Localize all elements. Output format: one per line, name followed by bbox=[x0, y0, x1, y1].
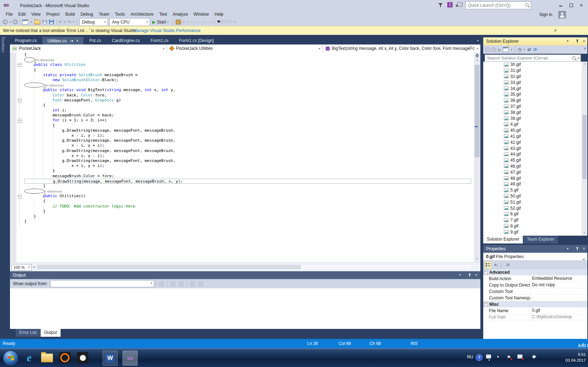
toolbar-overflow-icon[interactable]: » bbox=[584, 46, 586, 50]
scroll-up-icon[interactable]: ▲ bbox=[582, 62, 587, 65]
next-bookmark-icon[interactable]: ⚐ bbox=[225, 19, 229, 25]
property-value[interactable]: 0.gif bbox=[530, 308, 587, 314]
tray-app-icon[interactable] bbox=[486, 355, 491, 358]
show-hidden-icons[interactable]: ▲ bbox=[496, 355, 500, 358]
solution-item-5-gif[interactable]: 5.gif bbox=[483, 187, 587, 193]
solution-search-input[interactable] bbox=[486, 55, 566, 61]
close-icon[interactable]: × bbox=[475, 271, 478, 279]
property-row[interactable]: Custom Tool Namespace bbox=[483, 295, 587, 301]
tab-form1-cs[interactable]: Form1.cs bbox=[145, 37, 173, 44]
word-wrap-icon[interactable] bbox=[198, 282, 203, 286]
property-row[interactable]: Custom Tool bbox=[483, 288, 587, 295]
chevron-down-icon[interactable]: ▼ bbox=[577, 57, 579, 59]
output-content[interactable] bbox=[10, 288, 480, 329]
solution-item-31-gif[interactable]: 31.gif bbox=[483, 68, 587, 74]
fold-toggle-icon[interactable] bbox=[18, 99, 22, 103]
navigate-forward-icon[interactable]: ► bbox=[12, 19, 18, 25]
notification-badge[interactable]: 1 bbox=[447, 2, 453, 7]
menu-view[interactable]: View bbox=[29, 11, 43, 18]
decrease-indent-icon[interactable]: ⇤ bbox=[204, 19, 208, 25]
member-dropdown[interactable]: BigText(string message, int x, int y, Co… bbox=[323, 44, 480, 52]
properties-object-selector[interactable]: 0.gif File Properties ▼ bbox=[483, 253, 587, 261]
start-debug-button[interactable]: ▶ Start ▼ bbox=[152, 20, 170, 25]
solution-item-38-gif[interactable]: 38.gif bbox=[483, 109, 587, 115]
solution-item-4-gif[interactable]: 4.gif bbox=[483, 121, 587, 127]
feedback-icon[interactable] bbox=[457, 2, 463, 6]
tab-form1-cs-design-[interactable]: Form1.cs [Design] bbox=[174, 37, 218, 44]
collapse-icon[interactable] bbox=[484, 302, 488, 306]
utility-app-button[interactable] bbox=[76, 351, 90, 365]
new-dropdown-icon[interactable]: ▼ bbox=[30, 21, 32, 23]
window-position-icon[interactable]: ▼ bbox=[566, 37, 569, 45]
solution-scrollbar[interactable]: ▲ ▼ bbox=[582, 62, 587, 236]
configuration-combo[interactable]: Debug▼ bbox=[79, 18, 108, 26]
find-message-icon[interactable] bbox=[159, 282, 164, 286]
search-icon[interactable] bbox=[525, 3, 528, 6]
chevron-down-icon[interactable]: ▼ bbox=[523, 48, 526, 51]
solution-item-45-gif[interactable]: 45.gif bbox=[483, 157, 587, 163]
menu-edit[interactable]: Edit bbox=[15, 11, 29, 18]
action-center-icon[interactable]: ⚑× bbox=[507, 355, 511, 360]
scrollbar-thumb[interactable] bbox=[37, 265, 301, 269]
minimize-button[interactable] bbox=[556, 2, 565, 9]
split-grip-icon[interactable] bbox=[475, 53, 479, 58]
solution-item-44-gif[interactable]: 44.gif bbox=[483, 151, 587, 157]
tab-error-list[interactable]: Error List bbox=[16, 329, 40, 337]
toolbox-tab[interactable]: Toolbox bbox=[1, 37, 5, 53]
user-avatar-icon[interactable] bbox=[558, 11, 566, 19]
pin-icon[interactable] bbox=[576, 40, 579, 43]
close-button[interactable]: × bbox=[577, 2, 586, 9]
language-indicator[interactable]: RU bbox=[467, 355, 473, 360]
property-row[interactable]: Full PathC:\MyBooks\Desktop bbox=[483, 314, 587, 320]
solution-item-34-gif[interactable]: 34.gif bbox=[483, 85, 587, 91]
solution-item-49-gif[interactable]: 49.gif bbox=[483, 181, 587, 187]
sync-with-active-document-icon[interactable]: ⇄ bbox=[527, 47, 531, 52]
manage-performance-link[interactable]: Manage Visual Studio Performance bbox=[133, 28, 201, 33]
show-all-files-icon[interactable] bbox=[503, 47, 509, 52]
solution-item-30-gif[interactable]: 30.gif bbox=[483, 62, 587, 68]
close-icon[interactable]: × bbox=[583, 245, 585, 253]
indicator-margin[interactable] bbox=[10, 52, 16, 262]
performance-icon[interactable] bbox=[176, 20, 181, 25]
window-position-icon[interactable]: ▼ bbox=[459, 271, 461, 279]
next-message-icon[interactable] bbox=[179, 282, 184, 286]
internet-explorer-button[interactable]: e bbox=[22, 351, 36, 365]
menu-tools[interactable]: Tools bbox=[112, 11, 128, 18]
back-dropdown-icon[interactable]: ▼ bbox=[9, 21, 11, 23]
back-icon[interactable]: ◄ bbox=[485, 47, 490, 52]
increase-indent-icon[interactable]: ⇥ bbox=[209, 19, 213, 25]
solution-search-box[interactable]: ▼ bbox=[485, 54, 581, 62]
network-icon[interactable]: × bbox=[517, 355, 522, 360]
code-text-area[interactable]: {20 references public class Utilities { … bbox=[24, 52, 473, 262]
scrollbar-thumb[interactable] bbox=[475, 65, 480, 157]
property-category-advanced[interactable]: Advanced bbox=[483, 269, 587, 276]
menu-file[interactable]: File bbox=[3, 11, 15, 18]
refresh-icon[interactable]: ⟳ bbox=[533, 47, 537, 52]
tab-solution-explorer[interactable]: Solution Explorer bbox=[483, 236, 523, 243]
start-dropdown-icon[interactable]: ▼ bbox=[167, 21, 169, 23]
code-editor[interactable]: {20 references public class Utilities { … bbox=[10, 52, 480, 262]
pending-changes-filter-icon[interactable]: ◷ bbox=[518, 47, 521, 52]
overflow-icon[interactable]: ▼ bbox=[183, 21, 185, 23]
output-source-combo[interactable]: ▼ bbox=[50, 280, 154, 287]
scrollbar-thumb[interactable] bbox=[582, 115, 587, 179]
scroll-left-icon[interactable]: ◀ bbox=[33, 266, 35, 268]
solution-item-43-gif[interactable]: 43.gif bbox=[483, 145, 587, 151]
menu-architecture[interactable]: Architecture bbox=[128, 11, 156, 18]
chevron-down-icon[interactable]: ▼ bbox=[488, 359, 490, 361]
clear-bookmarks-icon[interactable]: ⚐ bbox=[229, 19, 233, 25]
chevron-down-icon[interactable]: ▼ bbox=[510, 48, 513, 51]
visual-studio-button[interactable]: ∞ bbox=[123, 351, 138, 366]
redo-icon[interactable]: ↷ bbox=[67, 19, 72, 25]
menu-project[interactable]: Project bbox=[43, 11, 62, 18]
tray-clock[interactable]: 9:51 03.04.2017 bbox=[565, 352, 586, 363]
menu-window[interactable]: Window bbox=[191, 11, 212, 18]
undo-dropdown-icon[interactable]: ▼ bbox=[64, 21, 66, 23]
comment-icon[interactable]: ≔ bbox=[190, 19, 195, 25]
document-overflow-icon[interactable]: ▼ bbox=[476, 39, 479, 42]
property-category-misc[interactable]: Misc bbox=[483, 301, 587, 308]
categorized-view-icon[interactable] bbox=[485, 262, 492, 268]
properties-header[interactable]: Properties ▼ × bbox=[483, 245, 587, 253]
save-all-icon[interactable] bbox=[49, 20, 54, 24]
pin-icon[interactable] bbox=[576, 247, 579, 251]
